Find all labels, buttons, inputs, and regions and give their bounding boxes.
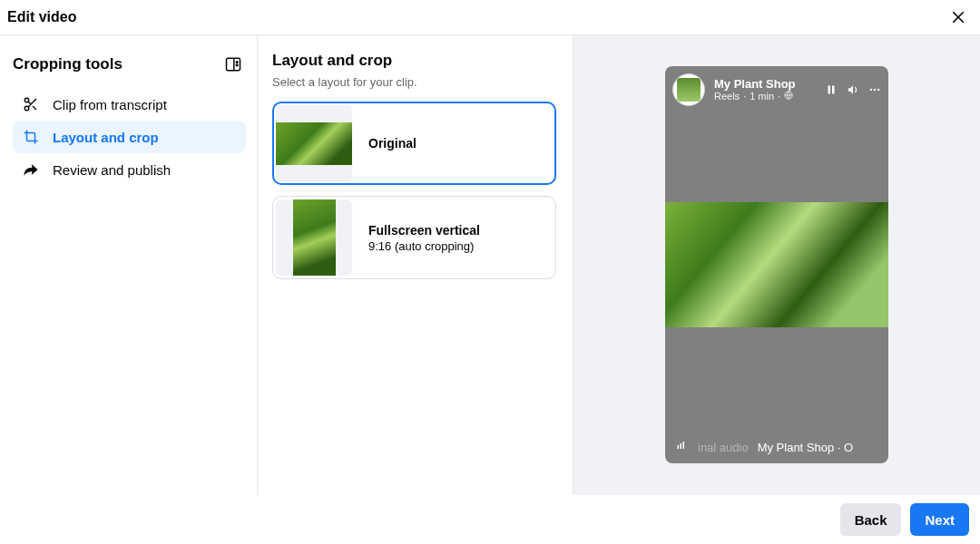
thumbnail bbox=[276, 199, 352, 276]
sidebar-item-clip-transcript[interactable]: Clip from transcript bbox=[13, 88, 246, 121]
sidebar-item-label: Clip from transcript bbox=[53, 97, 167, 112]
audio-trail: My Plant Shop · O bbox=[758, 441, 854, 454]
svg-point-16 bbox=[877, 89, 879, 91]
panel-subtitle: Select a layout for your clip. bbox=[272, 75, 556, 89]
option-subtitle: 9:16 (auto cropping) bbox=[368, 239, 480, 253]
svg-point-6 bbox=[24, 98, 29, 102]
svg-rect-19 bbox=[683, 442, 685, 449]
svg-rect-18 bbox=[681, 443, 682, 449]
option-text: Original bbox=[368, 136, 416, 151]
avatar bbox=[672, 73, 705, 106]
close-button[interactable] bbox=[946, 5, 971, 30]
footer: Back Next bbox=[0, 495, 980, 544]
option-text: Fullscreen vertical 9:16 (auto cropping) bbox=[368, 223, 480, 253]
shop-name: My Plant Shop bbox=[714, 77, 816, 92]
sidebar-title: Cropping tools bbox=[13, 55, 122, 73]
time-label: 1 min bbox=[750, 91, 774, 102]
sidebar-item-layout-crop[interactable]: Layout and crop bbox=[13, 121, 246, 153]
page-title: Edit video bbox=[7, 9, 76, 25]
svg-rect-13 bbox=[832, 86, 835, 94]
audio-label: inal audio bbox=[698, 441, 749, 454]
phone-preview: My Plant Shop Reels · 1 min · bbox=[665, 66, 888, 463]
svg-point-15 bbox=[874, 89, 876, 91]
thumbnail-image bbox=[293, 199, 336, 276]
preview-area: My Plant Shop Reels · 1 min · bbox=[573, 35, 980, 495]
crop-icon bbox=[22, 128, 40, 146]
panel-icon bbox=[224, 55, 242, 73]
audio-bars-icon bbox=[674, 441, 689, 454]
thumbnail bbox=[276, 105, 352, 181]
svg-point-4 bbox=[236, 62, 238, 63]
reels-label: Reels bbox=[714, 91, 740, 102]
svg-rect-17 bbox=[678, 445, 680, 449]
svg-line-9 bbox=[33, 106, 36, 110]
sidebar-item-review-publish[interactable]: Review and publish bbox=[13, 153, 246, 186]
svg-point-14 bbox=[870, 89, 872, 91]
svg-line-10 bbox=[28, 102, 31, 104]
option-title: Fullscreen vertical bbox=[368, 223, 480, 238]
layout-panel: Layout and crop Select a layout for your… bbox=[258, 35, 573, 495]
layout-option-vertical[interactable]: Fullscreen vertical 9:16 (auto cropping) bbox=[272, 196, 556, 279]
globe-icon bbox=[784, 91, 793, 102]
back-button[interactable]: Back bbox=[840, 503, 902, 536]
volume-icon[interactable] bbox=[847, 83, 859, 96]
video-frame bbox=[665, 202, 888, 327]
panel-toggle-button[interactable] bbox=[220, 52, 246, 77]
scissors-icon bbox=[22, 95, 40, 113]
option-title: Original bbox=[368, 136, 416, 151]
next-button[interactable]: Next bbox=[910, 503, 969, 536]
sidebar-item-label: Review and publish bbox=[53, 162, 171, 178]
thumbnail-image bbox=[276, 122, 352, 165]
svg-rect-12 bbox=[828, 86, 831, 94]
close-icon bbox=[950, 9, 966, 25]
sidebar: Cropping tools Clip from transcript Layo… bbox=[0, 35, 258, 495]
svg-point-5 bbox=[236, 64, 238, 66]
panel-title: Layout and crop bbox=[272, 52, 556, 70]
layout-option-original[interactable]: Original bbox=[272, 102, 556, 185]
sidebar-item-label: Layout and crop bbox=[53, 130, 159, 145]
more-icon[interactable] bbox=[868, 83, 881, 96]
share-icon bbox=[22, 160, 40, 179]
svg-point-7 bbox=[24, 106, 29, 111]
pause-icon[interactable] bbox=[825, 83, 838, 96]
